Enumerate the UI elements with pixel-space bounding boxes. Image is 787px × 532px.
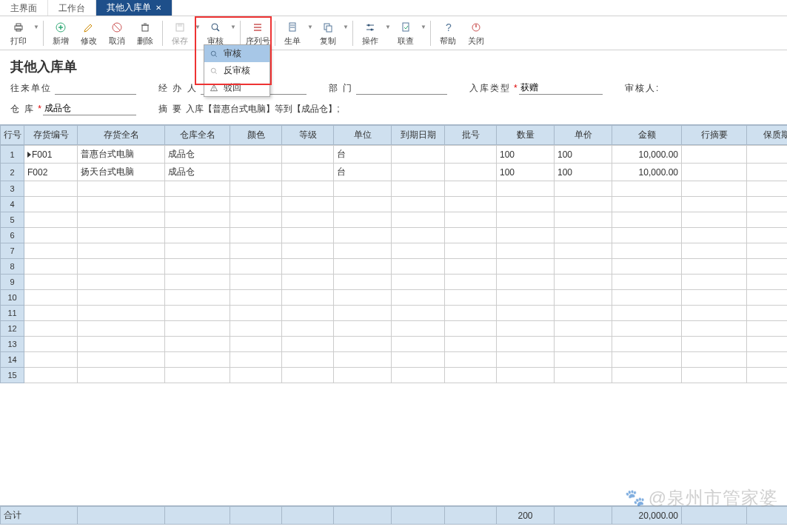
- cell-empty[interactable]: [165, 275, 230, 290]
- cell-code[interactable]: F001: [24, 146, 78, 164]
- table-row[interactable]: 14: [1, 352, 788, 368]
- cell-empty[interactable]: [78, 181, 165, 197]
- cell-empty[interactable]: [165, 181, 230, 197]
- cell-empty[interactable]: [334, 228, 392, 243]
- cell-empty[interactable]: [282, 352, 334, 368]
- cell-empty[interactable]: [555, 290, 612, 306]
- cell-empty[interactable]: [334, 275, 392, 290]
- col-price[interactable]: 单价: [555, 126, 612, 145]
- cell-empty[interactable]: [165, 243, 230, 259]
- table-row[interactable]: 4: [1, 197, 788, 212]
- cell-price[interactable]: 100: [555, 146, 612, 164]
- cell-empty[interactable]: [747, 197, 788, 212]
- cell-empty[interactable]: [555, 197, 612, 212]
- cell-empty[interactable]: [555, 212, 612, 228]
- cell-empty[interactable]: [24, 181, 78, 197]
- cell-qty[interactable]: 100: [497, 146, 555, 164]
- cell-empty[interactable]: [612, 306, 682, 321]
- close-icon[interactable]: ✕: [155, 4, 161, 12]
- cell-empty[interactable]: [392, 212, 445, 228]
- cell-empty[interactable]: [392, 321, 445, 337]
- cell-empty[interactable]: [555, 228, 612, 243]
- col-batch[interactable]: 批号: [445, 126, 497, 145]
- cell-empty[interactable]: [282, 212, 334, 228]
- cell-grade[interactable]: [282, 164, 334, 181]
- cell-empty[interactable]: [78, 259, 165, 275]
- cell-empty[interactable]: [555, 306, 612, 321]
- cell-empty[interactable]: [497, 275, 555, 290]
- cell-empty[interactable]: [612, 275, 682, 290]
- cell-empty[interactable]: [392, 228, 445, 243]
- cell-empty[interactable]: [24, 321, 78, 337]
- cell-empty[interactable]: [282, 197, 334, 212]
- cell-empty[interactable]: [78, 352, 165, 368]
- cell-empty[interactable]: [445, 306, 497, 321]
- col-amount[interactable]: 金额: [612, 126, 682, 145]
- vendor-input[interactable]: [55, 81, 136, 95]
- cell-empty[interactable]: [165, 228, 230, 243]
- cell-empty[interactable]: [24, 243, 78, 259]
- table-row[interactable]: 7: [1, 243, 788, 259]
- cell-empty[interactable]: [392, 306, 445, 321]
- cell-empty[interactable]: [78, 321, 165, 337]
- cell-empty[interactable]: [445, 243, 497, 259]
- tab-other-inbound[interactable]: 其他入库单 ✕: [96, 0, 173, 16]
- cell-empty[interactable]: [392, 259, 445, 275]
- col-note[interactable]: 行摘要: [682, 126, 747, 145]
- cell-empty[interactable]: [78, 337, 165, 352]
- cell-empty[interactable]: [78, 228, 165, 243]
- cell-empty[interactable]: [747, 181, 788, 197]
- cell-empty[interactable]: [555, 181, 612, 197]
- table-row[interactable]: 2F002扬天台式电脑成品仓台10010010,000.00: [1, 164, 788, 181]
- cell-empty[interactable]: [230, 352, 282, 368]
- cell-empty[interactable]: [445, 197, 497, 212]
- cell-empty[interactable]: [497, 197, 555, 212]
- cell-empty[interactable]: [282, 290, 334, 306]
- cell-empty[interactable]: [682, 306, 747, 321]
- cell-price[interactable]: 100: [555, 164, 612, 181]
- cell-empty[interactable]: [497, 368, 555, 383]
- col-rownum[interactable]: 行号: [1, 126, 24, 145]
- cell-empty[interactable]: [165, 259, 230, 275]
- cell-empty[interactable]: [334, 306, 392, 321]
- cell-empty[interactable]: [165, 197, 230, 212]
- cell-empty[interactable]: [497, 321, 555, 337]
- cell-batch[interactable]: [445, 146, 497, 164]
- cell-empty[interactable]: [78, 290, 165, 306]
- col-unit[interactable]: 单位: [334, 126, 392, 145]
- cell-empty[interactable]: [230, 181, 282, 197]
- col-expire[interactable]: 到期日期: [392, 126, 445, 145]
- cell-grade[interactable]: [282, 146, 334, 164]
- table-row[interactable]: 13: [1, 337, 788, 352]
- cell-empty[interactable]: [165, 212, 230, 228]
- cell-empty[interactable]: [747, 352, 788, 368]
- cell-empty[interactable]: [747, 275, 788, 290]
- cell-life[interactable]: [747, 164, 788, 181]
- cell-empty[interactable]: [282, 321, 334, 337]
- cell-empty[interactable]: [282, 181, 334, 197]
- cell-empty[interactable]: [230, 275, 282, 290]
- cell-empty[interactable]: [78, 197, 165, 212]
- cell-color[interactable]: [230, 164, 282, 181]
- cell-empty[interactable]: [497, 306, 555, 321]
- cell-empty[interactable]: [612, 243, 682, 259]
- cell-code[interactable]: F002: [24, 164, 78, 181]
- cell-empty[interactable]: [747, 228, 788, 243]
- dept-input[interactable]: [356, 81, 447, 95]
- cell-empty[interactable]: [282, 306, 334, 321]
- cell-empty[interactable]: [747, 306, 788, 321]
- operate-dropdown-icon[interactable]: ▼: [384, 19, 392, 30]
- table-row[interactable]: 11: [1, 306, 788, 321]
- cell-empty[interactable]: [24, 197, 78, 212]
- save-dropdown-icon[interactable]: ▼: [194, 19, 201, 30]
- cell-empty[interactable]: [165, 321, 230, 337]
- cell-empty[interactable]: [612, 197, 682, 212]
- cell-unit[interactable]: 台: [334, 164, 392, 181]
- cell-empty[interactable]: [612, 212, 682, 228]
- cell-empty[interactable]: [392, 368, 445, 383]
- cell-empty[interactable]: [445, 368, 497, 383]
- cell-empty[interactable]: [334, 368, 392, 383]
- cell-empty[interactable]: [78, 212, 165, 228]
- cell-empty[interactable]: [445, 181, 497, 197]
- cell-empty[interactable]: [555, 337, 612, 352]
